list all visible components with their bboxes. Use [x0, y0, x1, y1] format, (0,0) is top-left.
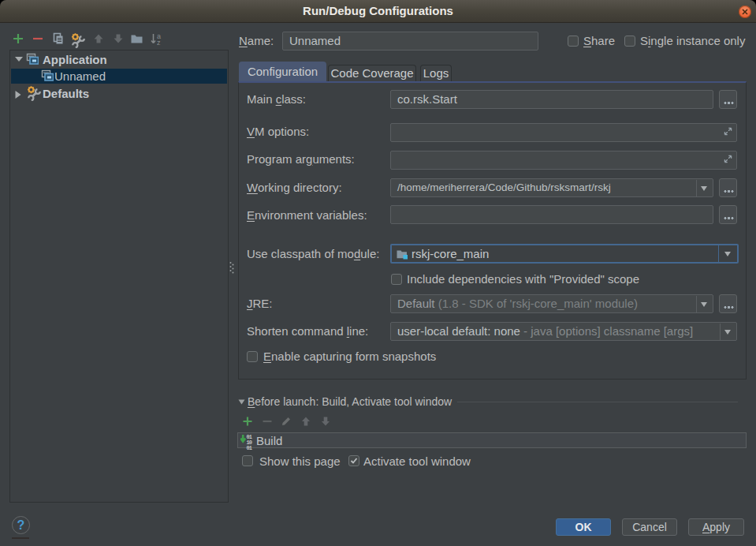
svg-text:01: 01 — [247, 445, 252, 451]
svg-text:z: z — [157, 39, 161, 46]
